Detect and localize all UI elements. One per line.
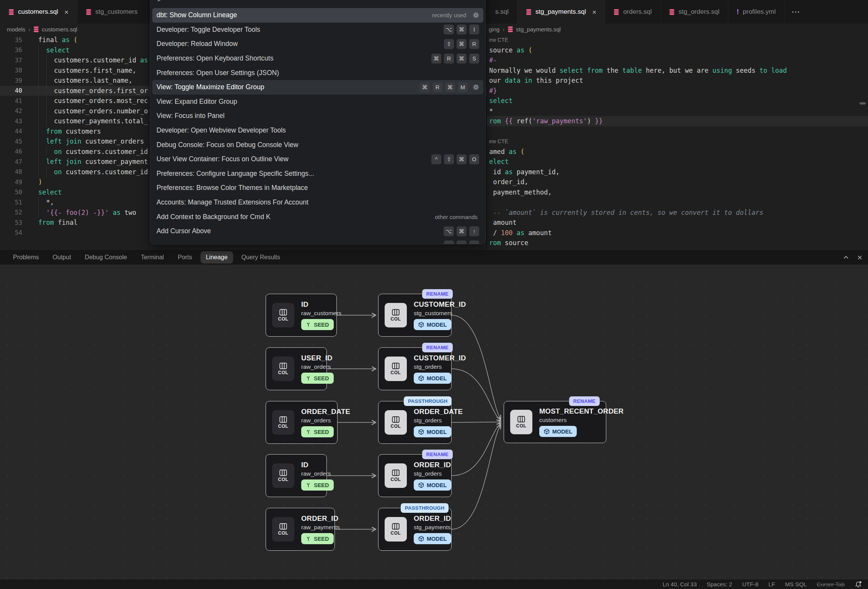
palette-item-dbt-show-column-lineage[interactable]: dbt: Show Column Lineagerecently used <box>152 8 483 23</box>
tab-stg-orders-sql[interactable]: stg_orders.sql <box>661 0 728 24</box>
palette-item-view-expand-editor-group[interactable]: View: Expand Editor Group <box>152 95 483 109</box>
lineage-node-customer-id-stg-orders[interactable]: COLCUSTOMER_IDstg_ordersMODELRENAME <box>378 347 452 390</box>
keycap: S <box>469 54 479 64</box>
palette-item-accounts-manage-trusted-extensions-for-a[interactable]: Accounts: Manage Trusted Extensions For … <box>152 195 483 210</box>
table-name: raw_orders <box>301 470 334 477</box>
palette-item-add-cursor-above[interactable]: Add Cursor Above⌥⌘↑ <box>152 224 483 239</box>
palette-item-label: User View Container: Focus on Outline Vi… <box>157 155 431 163</box>
status-item-spaces-2[interactable]: Spaces: 2 <box>706 581 732 587</box>
table-name: stg_orders <box>414 363 466 370</box>
lineage-node-user-id-raw-orders[interactable]: COLUSER_IDraw_ordersSEED <box>266 347 327 390</box>
palette-item-developer-toggle-developer-tools[interactable]: Developer: Toggle Developer Tools⌥⌘I <box>152 23 483 37</box>
lineage-node-customer-id-stg-customers[interactable]: COLCUSTOMER_IDstg_customersMODELRENAME <box>378 294 452 337</box>
panel-tabs: ProblemsOutputDebug ConsoleTerminalPorts… <box>8 251 286 263</box>
seed-badge: SEED <box>301 319 334 330</box>
lineage-node-most-recent-order-customers[interactable]: COLMOST_RECENT_ORDERcustomersMODELRENAME <box>504 401 606 443</box>
status-bar: Ln 40, Col 33Spaces: 2UTF-8LFMS SQLCurso… <box>0 579 868 589</box>
palette-item-preferences-open-user-settings-json[interactable]: Preferences: Open User Settings (JSON) <box>152 65 483 80</box>
code-line: select <box>487 96 868 106</box>
panel-tab-terminal[interactable]: Terminal <box>135 251 169 263</box>
panel-tab-problems[interactable]: Problems <box>8 251 44 263</box>
panel-tab-ports[interactable]: Ports <box>172 251 197 263</box>
lineage-node-order-id-stg-payments[interactable]: COLORDER_IDstg_paymentsMODELPASSTHROUGH <box>378 508 452 551</box>
lineage-node-order-date-raw-orders[interactable]: COLORDER_DATEraw_ordersSEED <box>266 401 338 444</box>
tab-orders-sql[interactable]: orders.sql <box>605 0 661 24</box>
gear-icon[interactable] <box>473 84 479 90</box>
code-line: rom source <box>487 238 868 248</box>
status-item-ms-sql[interactable]: MS SQL <box>785 581 807 587</box>
keycap: O <box>469 154 479 164</box>
lineage-node-id-raw-customers[interactable]: COLIDraw_customersSEED <box>266 294 337 337</box>
breadcrumb-segment[interactable]: ging <box>489 26 499 33</box>
palette-item-debug-console-focus-on-debug-console-vie[interactable]: Debug Console: Focus on Debug Console Vi… <box>152 137 483 152</box>
column-name: ORDER_ID <box>414 514 451 523</box>
table-name: stg_payments <box>414 524 451 531</box>
panel-tab-output[interactable]: Output <box>47 251 77 263</box>
palette-item-label: View: Expand Editor Group <box>157 98 479 106</box>
tab-stg-payments-sql[interactable]: stg_payments.sql× <box>517 0 605 24</box>
status-item-cursor-tab[interactable]: Cursor Tab <box>817 581 845 587</box>
codelens[interactable]: ew CTE <box>487 136 868 147</box>
tab-s-sql[interactable]: s.sql <box>487 0 517 24</box>
editor-group-divider[interactable] <box>486 0 487 249</box>
palette-item-preferences-browse-color-themes-in-marke[interactable]: Preferences: Browse Color Themes in Mark… <box>152 181 483 195</box>
close-icon[interactable]: × <box>592 8 596 16</box>
palette-item-add-context-to-background-for-cmd-k[interactable]: Add Context to Background for Cmd Kother… <box>152 209 483 224</box>
seed-badge: SEED <box>301 373 334 384</box>
panel-tab-lineage[interactable]: Lineage <box>201 251 233 263</box>
lineage-node-order-id-stg-orders[interactable]: COLORDER_IDstg_ordersMODELRENAME <box>378 454 452 497</box>
lineage-canvas[interactable]: COLIDraw_customersSEEDCOLUSER_IDraw_orde… <box>0 265 868 579</box>
lineage-node-id-raw-orders[interactable]: COLIDraw_ordersSEED <box>266 454 327 497</box>
palette-item-view-toggle-maximize-editor-group[interactable]: View: Toggle Maximize Editor Group⌘R⌘M <box>152 80 483 95</box>
lineage-node-order-id-raw-payments[interactable]: COLORDER_IDraw_paymentsSEED <box>266 508 335 551</box>
codelens[interactable]: ew CTE <box>487 35 868 45</box>
palette-item-label: Add Context to Background for Cmd K <box>157 213 435 221</box>
close-panel-icon[interactable] <box>857 255 863 260</box>
editor-right[interactable]: ew CTEsource as (#-Normally we would sel… <box>487 35 868 249</box>
tab-profiles-yml[interactable]: !profiles.yml <box>728 0 785 24</box>
panel-tab-query-results[interactable]: Query Results <box>236 251 286 263</box>
model-badge: MODEL <box>414 426 451 437</box>
line-number: 39 <box>0 77 22 84</box>
palette-group-label: other commands <box>435 214 478 220</box>
palette-item-label: Accounts: Manage Trusted Extensions For … <box>157 198 479 206</box>
gear-icon[interactable] <box>473 12 479 18</box>
table-name: raw_orders <box>301 417 350 424</box>
breadcrumb-segment[interactable]: stg_payments.sql <box>507 26 561 33</box>
palette-item-developer-reload-window[interactable]: Developer: Reload Window⇧⌘R <box>152 37 483 51</box>
line-number: 51 <box>0 199 22 206</box>
tab-stg-customers[interactable]: stg_customers <box>77 0 147 24</box>
model-badge: MODEL <box>414 319 451 330</box>
more-actions-button[interactable]: ⋯ <box>785 0 808 24</box>
palette-item-preferences-configure-language-specific-[interactable]: Preferences: Configure Language Specific… <box>152 167 483 181</box>
code-line: elect <box>487 157 868 167</box>
keycap: ^ <box>431 154 441 164</box>
palette-item-view-focus-into-panel[interactable]: View: Focus into Panel <box>152 109 483 123</box>
tab-label: orders.sql <box>623 8 652 16</box>
table-name: raw_payments <box>301 524 340 531</box>
lineage-node-order-date-stg-orders[interactable]: COLORDER_DATEstg_ordersMODELPASSTHROUGH <box>378 401 452 444</box>
breadcrumb-segment[interactable]: models <box>7 26 25 33</box>
breadcrumb-segment[interactable]: customers.sql <box>33 26 77 33</box>
column-name: CUSTOMER_ID <box>414 354 466 362</box>
chevron-up-icon[interactable] <box>843 255 849 260</box>
palette-item-item[interactable] <box>152 239 483 245</box>
column-icon: COL <box>272 517 294 542</box>
keycap: ⌘ <box>431 54 441 64</box>
column-icon: COL <box>272 410 294 435</box>
palette-item-user-view-container-focus-on-outline-vie[interactable]: User View Container: Focus on Outline Vi… <box>152 152 483 167</box>
tab-customers-sql[interactable]: customers.sql× <box>0 0 77 24</box>
model-badge: MODEL <box>539 426 577 437</box>
column-name: ID <box>301 461 334 469</box>
column-icon: COL <box>385 517 407 542</box>
status-item-ln-40-col-33[interactable]: Ln 40, Col 33 <box>662 581 697 587</box>
bell-icon[interactable] <box>855 581 862 588</box>
palette-item-developer-open-webview-developer-tools[interactable]: Developer: Open Webview Developer Tools <box>152 123 483 138</box>
column-icon: COL <box>510 410 532 434</box>
close-icon[interactable]: × <box>64 8 69 16</box>
status-item-utf-8[interactable]: UTF-8 <box>742 581 759 587</box>
panel-tab-debug-console[interactable]: Debug Console <box>80 251 132 263</box>
database-icon <box>8 9 14 15</box>
palette-item-preferences-open-keyboard-shortcuts[interactable]: Preferences: Open Keyboard Shortcuts⌘R⌘S <box>152 51 483 66</box>
status-item-lf[interactable]: LF <box>768 581 775 587</box>
